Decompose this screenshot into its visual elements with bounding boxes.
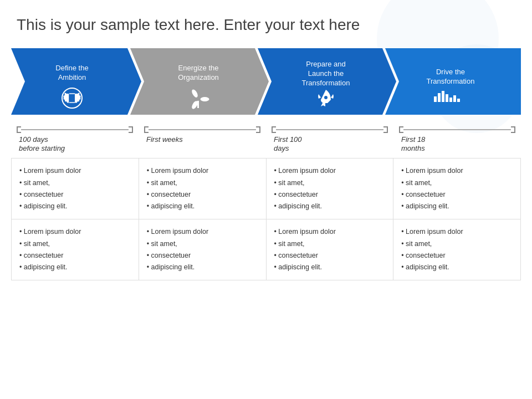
timeline-item-4: First 18months [393,126,521,154]
content-list-2-4: Lorem ipsum dolor sit amet, consectetuer… [401,226,513,273]
list-item: sit amet, [147,238,258,250]
arrow-label-4b: Transformation [427,77,475,85]
list-item: adipiscing elit. [401,262,513,273]
content-col-2-1: Lorem ipsum dolor sit amet, consectetuer… [11,219,139,280]
timeline-tick-right-2 [256,126,260,133]
timeline-tick-left-1 [17,126,21,133]
timeline-item-1: 100 daysbefore starting [11,126,139,154]
arrow-label-3: Prepare and [306,60,346,68]
list-item: adipiscing elit. [147,201,258,212]
content-col-1-2: Lorem ipsum dolor sit amet, consectetuer… [139,158,267,219]
arrow-label-2: Energize the [178,64,219,72]
list-item: adipiscing elit. [274,262,386,273]
timeline-line-bar-2 [149,129,256,130]
arrow-label-4: Drive the [436,68,465,76]
list-item: Lorem ipsum dolor [274,226,386,238]
content-grid-row1: Lorem ipsum dolor sit amet, consectetuer… [0,158,532,219]
list-item: sit amet, [401,177,513,189]
content-list-1-1: Lorem ipsum dolor sit amet, consectetuer… [19,165,131,212]
list-item: consectetuer [147,250,258,262]
list-item: adipiscing elit. [19,262,131,273]
list-item: Lorem ipsum dolor [147,165,258,177]
svg-rect-13 [446,94,448,102]
list-item: sit amet, [19,177,131,189]
timeline-line-2 [144,126,260,133]
svg-rect-14 [449,98,452,102]
timeline-tick-right-4 [511,126,515,133]
timeline-tick-left-3 [272,126,276,133]
timeline-item-3: First 100days [266,126,393,154]
content-col-1-4: Lorem ipsum dolor sit amet, consectetuer… [393,158,521,219]
arrows-section: Define the Ambition Energize the Organiz… [0,45,532,120]
content-col-2-4: Lorem ipsum dolor sit amet, consectetuer… [393,219,521,280]
list-item: consectetuer [19,250,131,262]
list-item: sit amet, [274,177,386,189]
arrow-label-3c: Transformation [302,79,350,87]
timeline-label-4: First 18months [399,135,425,154]
list-item: sit amet, [19,238,131,250]
content-list-1-3: Lorem ipsum dolor sit amet, consectetuer… [274,165,386,212]
list-item: consectetuer [274,250,386,262]
content-list-2-2: Lorem ipsum dolor sit amet, consectetuer… [147,226,258,273]
list-item: adipiscing elit. [147,262,258,273]
list-item: consectetuer [19,189,131,201]
content-list-2-3: Lorem ipsum dolor sit amet, consectetuer… [274,226,386,273]
arrows-svg: Define the Ambition Energize the Organiz… [11,45,521,117]
timeline-line-bar-4 [403,129,511,130]
content-list-1-4: Lorem ipsum dolor sit amet, consectetuer… [401,165,513,212]
list-item: adipiscing elit. [274,201,386,212]
content-col-2-2: Lorem ipsum dolor sit amet, consectetuer… [139,219,267,280]
timeline-tick-right-3 [383,126,388,133]
timeline-tick-left-4 [399,126,403,133]
list-item: sit amet, [147,177,258,189]
svg-point-8 [197,98,200,101]
svg-rect-12 [442,91,444,102]
list-item: Lorem ipsum dolor [274,165,386,177]
timeline-row: 100 daysbefore starting First weeks Firs… [0,126,532,154]
svg-rect-11 [438,93,441,102]
content-col-1-3: Lorem ipsum dolor sit amet, consectetuer… [267,158,394,219]
timeline-line-bar-3 [276,129,383,130]
list-item: consectetuer [147,189,258,201]
list-item: Lorem ipsum dolor [401,165,513,177]
timeline-line-3 [272,126,388,133]
svg-rect-10 [434,96,437,102]
list-item: adipiscing elit. [19,201,131,212]
timeline-label-2: First weeks [144,135,183,145]
arrow-label-2b: Organization [178,73,219,81]
list-item: consectetuer [401,250,513,262]
timeline-label-1: 100 daysbefore starting [17,135,65,154]
content-list-1-2: Lorem ipsum dolor sit amet, consectetuer… [147,165,258,212]
timeline-line-4 [399,126,515,133]
svg-point-9 [324,96,328,99]
content-grid-row2: Lorem ipsum dolor sit amet, consectetuer… [0,219,532,280]
svg-rect-16 [457,99,460,102]
arrow-shape-1 [11,48,141,115]
arrow-label-3b: Launch the [308,69,344,78]
svg-rect-15 [453,95,456,102]
content-col-1-1: Lorem ipsum dolor sit amet, consectetuer… [11,158,139,219]
timeline-line-bar-1 [21,129,129,130]
list-item: sit amet, [401,238,513,250]
svg-point-6 [201,97,209,101]
list-item: sit amet, [274,238,386,250]
list-item: Lorem ipsum dolor [401,226,513,238]
arrow-label-1b: Ambition [58,73,86,81]
timeline-label-3: First 100days [272,135,302,154]
timeline-item-2: First weeks [139,126,266,154]
list-item: Lorem ipsum dolor [19,165,131,177]
list-item: consectetuer [274,189,386,201]
slide-container: This is your sample text here. Enter you… [0,0,532,399]
content-col-2-3: Lorem ipsum dolor sit amet, consectetuer… [267,219,394,280]
content-list-2-1: Lorem ipsum dolor sit amet, consectetuer… [19,226,131,273]
timeline-line-1 [17,126,133,133]
arrow-label-1: Define the [55,64,88,72]
timeline-tick-left-2 [144,126,149,133]
list-item: Lorem ipsum dolor [19,226,131,238]
list-item: Lorem ipsum dolor [147,226,258,238]
list-item: consectetuer [401,189,513,201]
list-item: adipiscing elit. [401,201,513,212]
arrow-shape-2 [130,48,269,115]
timeline-tick-right-1 [129,126,133,133]
